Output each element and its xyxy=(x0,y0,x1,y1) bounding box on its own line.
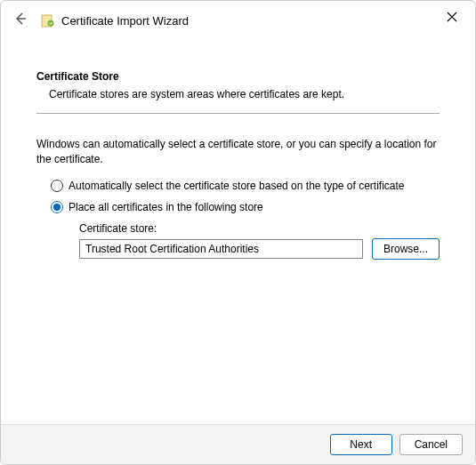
cancel-button[interactable]: Cancel xyxy=(399,434,463,455)
separator xyxy=(36,113,440,114)
footer: Next Cancel xyxy=(1,424,475,464)
store-label: Certificate store: xyxy=(79,222,440,235)
titlebar: Certificate Import Wizard xyxy=(1,1,475,35)
section-heading: Certificate Store xyxy=(36,70,440,83)
radio-auto-select[interactable]: Automatically select the certificate sto… xyxy=(51,180,440,192)
radio-icon-selected xyxy=(51,201,63,213)
browse-button[interactable]: Browse... xyxy=(372,238,440,260)
radio-group: Automatically select the certificate sto… xyxy=(36,180,440,260)
radio-place-label: Place all certificates in the following … xyxy=(69,201,263,213)
store-row: Browse... xyxy=(79,238,440,260)
content-area: Certificate Store Certificate stores are… xyxy=(1,35,475,260)
intro-text: Windows can automatically select a certi… xyxy=(36,137,440,167)
section-subtext: Certificate stores are system areas wher… xyxy=(36,88,440,100)
window-title: Certificate Import Wizard xyxy=(61,14,189,28)
radio-place-all[interactable]: Place all certificates in the following … xyxy=(51,201,440,213)
radio-icon xyxy=(51,180,63,192)
close-button[interactable] xyxy=(440,6,464,28)
certificate-wizard-icon xyxy=(40,12,56,28)
store-block: Certificate store: Browse... xyxy=(51,222,440,260)
next-button[interactable]: Next xyxy=(330,434,392,455)
back-icon[interactable] xyxy=(13,12,28,29)
svg-point-4 xyxy=(48,20,54,27)
radio-auto-label: Automatically select the certificate sto… xyxy=(69,180,405,192)
certificate-store-input[interactable] xyxy=(79,239,363,259)
